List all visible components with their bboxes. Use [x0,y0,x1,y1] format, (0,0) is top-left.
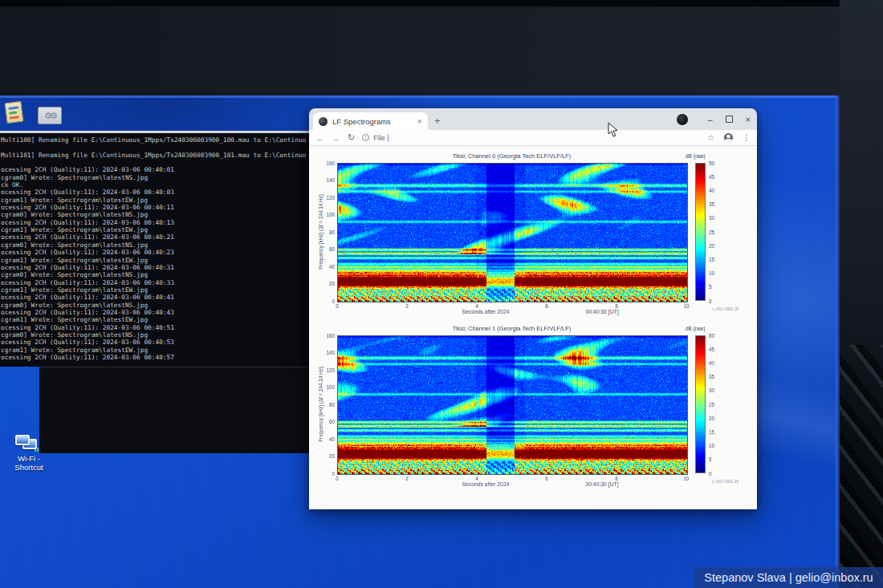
x-tick-label: 6 [539,303,555,309]
version-note: v. 2017-0901.26 [674,480,739,484]
spectrogram-figure-channel-0: Tiksi; Channel 0 (Georgia Tech ELF/VLF/L… [309,146,757,509]
x-tick-label: 2 [399,303,415,309]
monitor-bezel-right [840,0,883,588]
y-tick-label: 20 [317,453,335,459]
mouse-cursor [608,122,619,138]
colorbar-tick-label: 0 [709,471,712,476]
colorbar-tick-label: 45 [709,347,714,352]
y-tick-label: 80 [317,229,335,235]
console-log-text: Multi100] Renaming file E:\Continuous_1M… [1,136,306,361]
colorbar-tick-label: 30 [709,387,714,393]
tab-favicon-globe-icon [319,117,328,126]
colorbar-label: dB (raw) [686,326,706,331]
x-axis-label-right: 00:40:30 [UT] [558,309,646,314]
y-tick-label: 40 [317,264,335,270]
x-tick-label: 0 [329,476,345,481]
page-content: Tiksi; Channel 0 (Georgia Tech ELF/VLF/L… [309,146,757,509]
x-tick-label: 2 [399,476,415,481]
y-axis-label: Frequency [kHz] (Δf = 244.14 Hz) [318,194,323,270]
colorbar-tick-label: 15 [709,429,714,435]
x-tick-label: 10 [678,476,694,481]
colorbar-tick-label: 40 [709,360,714,366]
processing-console-window[interactable]: Multi100] Renaming file E:\Continuous_1M… [0,131,314,367]
colorbar-tick-label: 15 [709,257,714,262]
browser-menu-icon[interactable]: ⋮ [743,133,751,142]
screen-top-glow [0,95,840,98]
colorbar-tick-label: 50 [709,160,714,166]
services-gears-icon[interactable]: ⚙⚙ [38,107,62,124]
colorbar-label: dB (raw) [686,153,706,159]
version-note: v. 2017-0901.26 [674,307,739,311]
browser-toolbar: ← → ↻ i File | ☆ ⋮ [309,130,757,146]
y-tick-label: 160 [317,333,335,339]
x-tick-label: 8 [608,476,625,481]
y-tick-label: 60 [317,419,335,424]
colorbar-tick-label: 5 [709,284,712,290]
notes-app-icon[interactable] [4,101,23,124]
address-bar[interactable]: i File | [362,134,700,142]
x-tick-label: 0 [329,303,345,309]
x-tick-label: 8 [608,303,625,309]
monitor-bezel-top [0,0,849,6]
colorbar-tick-label: 10 [709,443,714,448]
spectrogram-image [337,163,688,302]
colorbar-tick-label: 0 [709,298,712,304]
photographer-watermark: Stepanov Slava | gelio@inbox.ru [694,567,883,588]
spectrogram-image [337,335,688,475]
spectrogram-figure-channel-1: Tiksi; Channel 1 (Georgia Tech ELF/VLF/L… [309,146,757,509]
y-tick-label: 100 [317,212,335,217]
browser-tab-strip: LF Spectrograms × + – × [309,108,757,130]
x-tick-label: 4 [469,303,485,309]
y-tick-label: 80 [317,402,335,408]
forward-icon[interactable]: → [332,133,340,143]
browser-window: LF Spectrograms × + – × ← → ↻ i File | ☆ [309,108,757,509]
photo-scene: ⚙⚙ Wi-Fi - Shortcut Multi100] Renaming f… [0,0,883,588]
colorbar-tick-label: 30 [709,215,714,221]
window-close-button[interactable]: × [746,115,751,124]
y-tick-label: 140 [317,350,335,355]
x-tick-label: 6 [539,476,555,481]
x-tick-label: 4 [469,476,485,481]
tab-title: LF Spectrograms [332,117,413,126]
colorbar-tick-label: 25 [709,402,714,408]
colorbar-tick-label: 25 [709,229,714,235]
network-monitors-icon [15,434,43,453]
colorbar-tick-label: 20 [709,243,714,249]
window-minimize-button[interactable]: – [707,115,712,124]
browser-profile-icon[interactable] [677,114,688,125]
colorbar-tick-label: 35 [709,374,714,379]
page-info-icon[interactable]: i [362,134,369,141]
y-tick-label: 40 [317,436,335,442]
y-tick-label: 20 [317,281,335,286]
back-icon[interactable]: ← [315,133,324,143]
user-avatar-icon[interactable] [724,133,733,142]
x-axis-label-right: 00:40:30 [UT] [558,481,646,487]
colorbar-tick-label: 20 [709,416,714,421]
figure-title: Tiksi; Channel 0 (Georgia Tech ELF/VLF/L… [337,152,686,160]
y-tick-label: 120 [317,367,335,373]
colorbar-tick-label: 10 [709,270,714,276]
x-tick-label: 10 [678,303,694,309]
bookmark-star-icon[interactable]: ☆ [707,133,714,142]
y-tick-label: 120 [317,195,335,201]
window-maximize-button[interactable] [726,116,733,123]
colorbar-tick-label: 40 [709,188,714,193]
y-tick-label: 160 [317,160,335,166]
new-tab-button[interactable]: + [434,115,441,127]
figure-title: Tiksi; Channel 1 (Georgia Tech ELF/VLF/L… [337,325,686,332]
y-tick-label: 60 [317,246,335,252]
tab-lf-spectrograms[interactable]: LF Spectrograms × [313,112,428,130]
colorbar-tick-label: 5 [709,456,712,462]
y-tick-label: 100 [317,384,335,390]
x-axis-label-left: Seconds after 2024 [429,309,542,314]
wifi-shortcut-label: Wi-Fi - Shortcut [3,455,55,472]
x-axis-label-left: Seconds after 2024 [429,481,542,487]
colorbar-tick-label: 35 [709,201,714,207]
tab-close-icon[interactable]: × [417,116,422,126]
monitor-stand [840,345,883,588]
address-text: File | [373,134,389,142]
colorbar [695,335,706,473]
reload-icon[interactable]: ↻ [348,132,355,143]
y-tick-label: 0 [317,298,335,304]
y-tick-label: 140 [317,177,335,183]
